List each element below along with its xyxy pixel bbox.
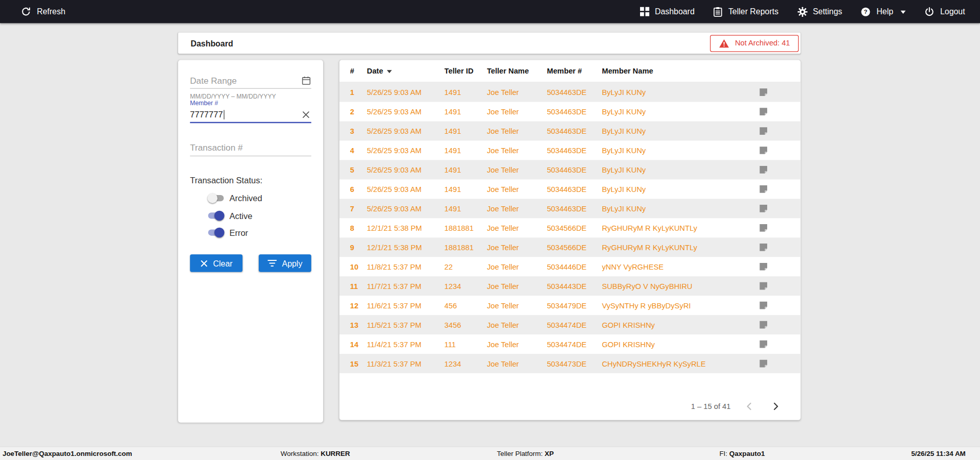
row-teller-id: 1491 bbox=[445, 204, 487, 213]
note-icon[interactable] bbox=[753, 281, 768, 290]
table-row[interactable]: 13 11/5/21 5:37 PM 3456 Joe Teller 50344… bbox=[339, 315, 801, 334]
calendar-icon[interactable] bbox=[301, 76, 311, 86]
member-number-label: Member # bbox=[190, 100, 218, 106]
note-icon[interactable] bbox=[753, 165, 768, 174]
nav-teller-reports-label: Teller Reports bbox=[728, 7, 778, 16]
row-teller-name: Joe Teller bbox=[487, 282, 547, 290]
row-number: 13 bbox=[350, 321, 367, 329]
toggle-active[interactable]: Active bbox=[208, 209, 253, 222]
toggle-archived[interactable]: Archived bbox=[208, 192, 262, 204]
note-icon[interactable] bbox=[753, 126, 768, 135]
row-teller-name: Joe Teller bbox=[487, 107, 547, 116]
row-number: 1 bbox=[350, 88, 367, 96]
table-row[interactable]: 3 5/26/25 9:03 AM 1491 Joe Teller 503446… bbox=[339, 122, 801, 141]
toggle-error-label: Error bbox=[229, 228, 248, 237]
table-row[interactable]: 6 5/26/25 9:03 AM 1491 Joe Teller 503446… bbox=[339, 179, 801, 199]
row-date: 5/26/25 9:03 AM bbox=[367, 107, 445, 116]
table-row[interactable]: 9 12/1/21 5:38 PM 1881881 Joe Teller 503… bbox=[339, 237, 801, 257]
table-row[interactable]: 2 5/26/25 9:03 AM 1491 Joe Teller 503446… bbox=[339, 102, 801, 122]
note-icon[interactable] bbox=[753, 223, 768, 232]
row-teller-id: 1491 bbox=[445, 107, 487, 116]
note-icon[interactable] bbox=[753, 301, 768, 310]
row-number: 14 bbox=[350, 340, 367, 349]
row-teller-id: 1491 bbox=[445, 185, 487, 193]
table-row[interactable]: 11 11/7/21 5:37 PM 1234 Joe Teller 50344… bbox=[339, 276, 801, 296]
row-member-number: 5034479DE bbox=[547, 301, 602, 310]
nav-settings-label: Settings bbox=[813, 7, 842, 16]
workstation-info: Workstation: KURRER bbox=[281, 447, 350, 460]
row-teller-id: 111 bbox=[445, 340, 487, 349]
nav-settings[interactable]: Settings bbox=[797, 7, 842, 17]
nav-logout[interactable]: Logout bbox=[924, 7, 965, 17]
not-archived-badge[interactable]: Not Archived: 41 bbox=[710, 35, 799, 52]
clear-member-icon[interactable] bbox=[301, 109, 311, 120]
nav-dashboard[interactable]: Dashboard bbox=[640, 7, 694, 16]
note-icon[interactable] bbox=[753, 320, 768, 329]
table-row[interactable]: 15 11/3/21 5:37 PM 1234 Joe Teller 50344… bbox=[339, 354, 801, 373]
clear-button[interactable]: Clear bbox=[190, 254, 242, 272]
sort-desc-icon bbox=[387, 70, 392, 73]
note-icon[interactable] bbox=[753, 204, 768, 213]
row-member-name: ByLyJI KUNy bbox=[602, 88, 753, 96]
note-icon[interactable] bbox=[753, 146, 768, 155]
date-range-placeholder: Date Range bbox=[190, 76, 236, 86]
next-page-button[interactable] bbox=[768, 399, 783, 414]
table-row[interactable]: 8 12/1/21 5:38 PM 1881881 Joe Teller 503… bbox=[339, 218, 801, 237]
row-teller-id: 1881881 bbox=[445, 243, 487, 252]
row-member-number: 5034463DE bbox=[547, 107, 602, 116]
row-member-name: ByLyJI KUNy bbox=[602, 204, 753, 213]
toggle-active-label: Active bbox=[229, 211, 252, 220]
row-member-name: GOPI KRISHNy bbox=[602, 340, 753, 349]
fi-info: FI: Qaxpauto1 bbox=[719, 447, 765, 460]
row-date: 5/26/25 9:03 AM bbox=[367, 204, 445, 213]
column-header-number: # bbox=[350, 66, 367, 75]
row-date: 12/1/21 5:38 PM bbox=[367, 243, 445, 252]
row-date: 11/7/21 5:37 PM bbox=[367, 282, 445, 290]
nav-logout-label: Logout bbox=[940, 7, 965, 16]
note-icon[interactable] bbox=[753, 243, 768, 252]
gear-icon bbox=[797, 7, 807, 17]
note-icon[interactable] bbox=[753, 359, 768, 368]
member-number-input[interactable]: 7777777 bbox=[190, 107, 311, 123]
note-icon[interactable] bbox=[753, 184, 768, 193]
row-number: 4 bbox=[350, 146, 367, 155]
row-date: 5/26/25 9:03 AM bbox=[367, 165, 445, 174]
nav-help-label: Help bbox=[876, 7, 893, 16]
refresh-button[interactable]: Refresh bbox=[20, 6, 65, 17]
platform-value: XP bbox=[545, 449, 554, 457]
archived-switch bbox=[208, 193, 225, 203]
filter-buttons: Clear Apply bbox=[190, 254, 311, 272]
row-date: 11/3/21 5:37 PM bbox=[367, 359, 445, 368]
row-teller-name: Joe Teller bbox=[487, 224, 547, 232]
note-icon[interactable] bbox=[753, 107, 768, 116]
transaction-number-input[interactable]: Transaction # bbox=[190, 139, 311, 156]
row-teller-name: Joe Teller bbox=[487, 88, 547, 96]
clear-button-label: Clear bbox=[213, 258, 232, 268]
table-row[interactable]: 12 11/6/21 5:37 PM 456 Joe Teller 503447… bbox=[339, 296, 801, 315]
refresh-icon bbox=[20, 6, 31, 17]
note-icon[interactable] bbox=[753, 340, 768, 349]
table-row[interactable]: 14 11/4/21 5:37 PM 111 Joe Teller 503447… bbox=[339, 334, 801, 354]
toggle-archived-label: Archived bbox=[229, 193, 262, 203]
note-icon[interactable] bbox=[753, 87, 768, 96]
note-icon[interactable] bbox=[753, 262, 768, 271]
nav-dashboard-label: Dashboard bbox=[655, 7, 695, 16]
table-row[interactable]: 5 5/26/25 9:03 AM 1491 Joe Teller 503446… bbox=[339, 160, 801, 179]
row-number: 9 bbox=[350, 243, 367, 252]
date-range-input[interactable]: Date Range bbox=[190, 72, 311, 89]
row-teller-name: Joe Teller bbox=[487, 204, 547, 213]
column-header-date[interactable]: Date bbox=[367, 66, 445, 75]
previous-page-button[interactable] bbox=[742, 399, 756, 414]
table-row[interactable]: 4 5/26/25 9:03 AM 1491 Joe Teller 503446… bbox=[339, 141, 801, 160]
row-number: 8 bbox=[350, 224, 367, 232]
table-row[interactable]: 7 5/26/25 9:03 AM 1491 Joe Teller 503446… bbox=[339, 199, 801, 218]
row-number: 12 bbox=[350, 301, 367, 310]
table-row[interactable]: 1 5/26/25 9:03 AM 1491 Joe Teller 503446… bbox=[339, 83, 801, 102]
table-row[interactable]: 10 11/8/21 5:37 PM 22 Joe Teller 5034446… bbox=[339, 257, 801, 276]
row-teller-id: 1234 bbox=[445, 359, 487, 368]
toggle-error[interactable]: Error bbox=[208, 226, 249, 238]
nav-help[interactable]: ? Help bbox=[861, 7, 906, 17]
nav-teller-reports[interactable]: Teller Reports bbox=[714, 7, 779, 17]
row-member-number: 5034566DE bbox=[547, 243, 602, 252]
apply-button[interactable]: Apply bbox=[259, 254, 311, 272]
